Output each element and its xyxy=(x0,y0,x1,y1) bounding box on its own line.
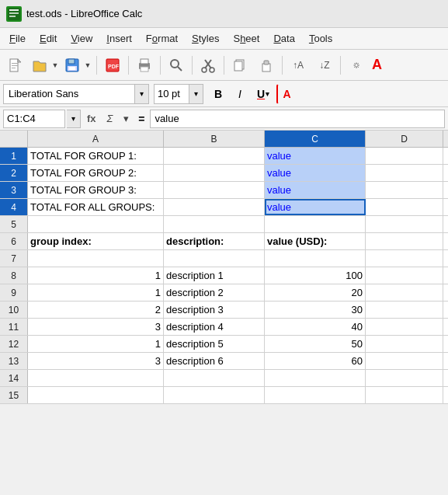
cell-b4[interactable] xyxy=(164,199,265,215)
row-number[interactable]: 10 xyxy=(0,302,28,318)
col-header-c[interactable]: C xyxy=(265,131,366,147)
cell-a14[interactable] xyxy=(28,370,164,386)
cell-c4[interactable]: value xyxy=(265,199,366,215)
cell-d10[interactable] xyxy=(366,302,443,318)
menu-edit[interactable]: Edit xyxy=(33,31,63,46)
cell-d2[interactable] xyxy=(366,165,443,181)
cell-d12[interactable] xyxy=(366,336,443,352)
row-number[interactable]: 7 xyxy=(0,250,28,267)
col-header-a[interactable]: A xyxy=(28,131,164,147)
menu-styles[interactable]: Styles xyxy=(186,31,225,46)
cell-c10[interactable]: 30 xyxy=(265,302,366,318)
menu-data[interactable]: Data xyxy=(267,31,300,46)
print-button[interactable] xyxy=(132,54,157,77)
cell-a6[interactable]: group index: xyxy=(28,233,164,249)
cell-b12[interactable]: description 5 xyxy=(164,336,265,352)
sort-desc-button[interactable]: ↓Z xyxy=(312,54,337,77)
font-color-button[interactable]: A xyxy=(276,84,297,104)
font-name-dropdown[interactable]: ▾ xyxy=(135,84,149,104)
cell-d11[interactable] xyxy=(366,319,443,335)
row-number[interactable]: 9 xyxy=(0,284,28,301)
cell-c15[interactable] xyxy=(265,387,366,403)
menu-insert[interactable]: Insert xyxy=(100,31,138,46)
cell-c11[interactable]: 40 xyxy=(265,319,366,335)
cell-ref-box[interactable]: C1:C4 xyxy=(3,110,65,128)
cell-a3[interactable]: TOTAL FOR GROUP 3: xyxy=(28,182,164,198)
find-button[interactable] xyxy=(164,54,189,77)
cell-a11[interactable]: 3 xyxy=(28,319,164,335)
cell-b10[interactable]: description 3 xyxy=(164,302,265,318)
cell-c2[interactable]: value xyxy=(265,165,366,181)
row-number[interactable]: 2 xyxy=(0,165,28,181)
function-list-button[interactable]: ▾ xyxy=(119,111,134,126)
cell-d6[interactable] xyxy=(366,233,443,249)
sum-button[interactable]: Σ xyxy=(102,111,118,126)
font-size-control[interactable]: 10 pt ▾ xyxy=(154,84,203,104)
cell-d5[interactable] xyxy=(366,216,443,232)
cell-a7[interactable] xyxy=(28,250,164,267)
open-dropdown[interactable]: ▼ xyxy=(50,54,61,77)
underline-button[interactable]: U ▾ xyxy=(252,84,275,104)
cell-c13[interactable]: 60 xyxy=(265,353,366,369)
font-name-box[interactable]: Liberation Sans xyxy=(3,84,135,104)
cell-a2[interactable]: TOTAL FOR GROUP 2: xyxy=(28,165,164,181)
row-number[interactable]: 14 xyxy=(0,370,28,386)
cell-d7[interactable] xyxy=(366,250,443,267)
cell-b15[interactable] xyxy=(164,387,265,403)
font-name-control[interactable]: Liberation Sans ▾ xyxy=(3,84,149,104)
cell-d8[interactable] xyxy=(366,267,443,284)
open-button[interactable] xyxy=(30,54,50,77)
cell-d14[interactable] xyxy=(366,370,443,386)
row-number[interactable]: 6 xyxy=(0,233,28,249)
font-size-box[interactable]: 10 pt xyxy=(154,84,189,104)
cell-b14[interactable] xyxy=(164,370,265,386)
cell-c3[interactable]: value xyxy=(265,182,366,198)
cell-b1[interactable] xyxy=(164,148,265,164)
row-number[interactable]: 15 xyxy=(0,387,28,403)
cell-b7[interactable] xyxy=(164,250,265,267)
cell-d4[interactable] xyxy=(366,199,443,215)
save-dropdown[interactable]: ▼ xyxy=(82,54,93,77)
copy-button[interactable] xyxy=(227,54,252,77)
row-number[interactable]: 11 xyxy=(0,319,28,335)
save-button[interactable] xyxy=(62,54,82,77)
cell-c6[interactable]: value (USD): xyxy=(265,233,366,249)
cell-c8[interactable]: 100 xyxy=(265,267,366,284)
new-button[interactable] xyxy=(3,54,28,77)
extra-btn-1[interactable]: ⛭ xyxy=(344,54,369,77)
cell-c14[interactable] xyxy=(265,370,366,386)
bold-button[interactable]: B xyxy=(208,84,228,104)
menu-format[interactable]: Format xyxy=(140,31,184,46)
sort-asc-button[interactable]: ↑A xyxy=(286,54,311,77)
cell-b9[interactable]: description 2 xyxy=(164,284,265,301)
menu-tools[interactable]: Tools xyxy=(303,31,339,46)
col-header-b[interactable]: B xyxy=(164,131,265,147)
cell-b8[interactable]: description 1 xyxy=(164,267,265,284)
row-number[interactable]: 1 xyxy=(0,148,28,164)
font-size-dropdown[interactable]: ▾ xyxy=(189,84,203,104)
row-number[interactable]: 13 xyxy=(0,353,28,369)
menu-view[interactable]: View xyxy=(64,31,99,46)
cell-a4[interactable]: TOTAL FOR ALL GROUPS: xyxy=(28,199,164,215)
menu-file[interactable]: File xyxy=(3,31,32,46)
cell-b2[interactable] xyxy=(164,165,265,181)
cell-a1[interactable]: TOTAL FOR GROUP 1: xyxy=(28,148,164,164)
cell-d13[interactable] xyxy=(366,353,443,369)
cell-c12[interactable]: 50 xyxy=(265,336,366,352)
cell-b6[interactable]: description: xyxy=(164,233,265,249)
pdf-button[interactable]: PDF xyxy=(100,54,125,77)
row-number[interactable]: 5 xyxy=(0,216,28,232)
cell-b11[interactable]: description 4 xyxy=(164,319,265,335)
cell-d3[interactable] xyxy=(366,182,443,198)
row-number[interactable]: 8 xyxy=(0,267,28,284)
row-number[interactable]: 3 xyxy=(0,182,28,198)
cell-d1[interactable] xyxy=(366,148,443,164)
cut-button[interactable] xyxy=(196,54,221,77)
underline-dropdown-arrow[interactable]: ▾ xyxy=(266,90,269,98)
cell-d9[interactable] xyxy=(366,284,443,301)
cell-a5[interactable] xyxy=(28,216,164,232)
cell-b3[interactable] xyxy=(164,182,265,198)
cell-a10[interactable]: 2 xyxy=(28,302,164,318)
formula-input[interactable]: value xyxy=(150,110,445,128)
cell-d15[interactable] xyxy=(366,387,443,403)
